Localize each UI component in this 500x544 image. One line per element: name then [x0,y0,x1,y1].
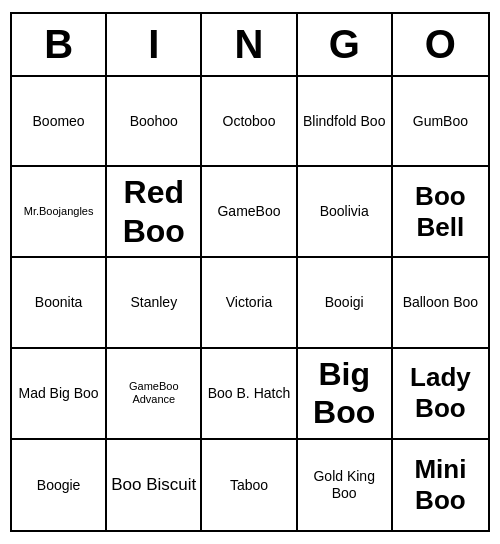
cell-text: Mini Boo [397,454,484,516]
cell-text: Boolivia [320,203,369,220]
bingo-cell: GumBoo [393,77,488,168]
bingo-cell: Balloon Boo [393,258,488,349]
cell-text: Boo Biscuit [111,475,196,495]
header-letter: N [202,14,297,75]
cell-text: Blindfold Boo [303,113,386,130]
bingo-cell: Octoboo [202,77,297,168]
bingo-cell: Mr.Boojangles [12,167,107,258]
cell-text: Boogie [37,477,81,494]
bingo-cell: Mini Boo [393,440,488,531]
cell-text: Red Boo [111,173,196,250]
bingo-cell: Booigi [298,258,393,349]
cell-text: Big Boo [302,355,387,432]
bingo-cell: Boo Bell [393,167,488,258]
cell-text: Taboo [230,477,268,494]
bingo-cell: Blindfold Boo [298,77,393,168]
bingo-card: BINGO BoomeoBoohooOctobooBlindfold BooGu… [10,12,490,533]
bingo-cell: Gold King Boo [298,440,393,531]
cell-text: Boo B. Hatch [208,385,291,402]
bingo-cell: Boomeo [12,77,107,168]
header-letter: B [12,14,107,75]
cell-text: GameBoo [217,203,280,220]
bingo-cell: Boo B. Hatch [202,349,297,440]
header-letter: O [393,14,488,75]
bingo-cell: Taboo [202,440,297,531]
header-letter: G [298,14,393,75]
bingo-header: BINGO [12,14,488,77]
cell-text: Boomeo [33,113,85,130]
cell-text: Mr.Boojangles [24,205,94,218]
bingo-cell: Boo Biscuit [107,440,202,531]
cell-text: Stanley [130,294,177,311]
cell-text: Boonita [35,294,82,311]
bingo-cell: Boogie [12,440,107,531]
bingo-cell: Boohoo [107,77,202,168]
cell-text: Octoboo [223,113,276,130]
bingo-cell: Boolivia [298,167,393,258]
cell-text: Balloon Boo [403,294,479,311]
bingo-cell: Big Boo [298,349,393,440]
cell-text: Boo Bell [397,181,484,243]
bingo-cell: Lady Boo [393,349,488,440]
bingo-cell: Red Boo [107,167,202,258]
cell-text: Victoria [226,294,272,311]
bingo-cell: Stanley [107,258,202,349]
cell-text: Mad Big Boo [19,385,99,402]
cell-text: Gold King Boo [302,468,387,502]
bingo-cell: Victoria [202,258,297,349]
cell-text: Booigi [325,294,364,311]
cell-text: Boohoo [130,113,178,130]
bingo-grid: BoomeoBoohooOctobooBlindfold BooGumBooMr… [12,77,488,531]
cell-text: GameBoo Advance [111,380,196,406]
cell-text: Lady Boo [397,362,484,424]
bingo-cell: Boonita [12,258,107,349]
header-letter: I [107,14,202,75]
bingo-cell: GameBoo [202,167,297,258]
cell-text: GumBoo [413,113,468,130]
bingo-cell: GameBoo Advance [107,349,202,440]
bingo-cell: Mad Big Boo [12,349,107,440]
